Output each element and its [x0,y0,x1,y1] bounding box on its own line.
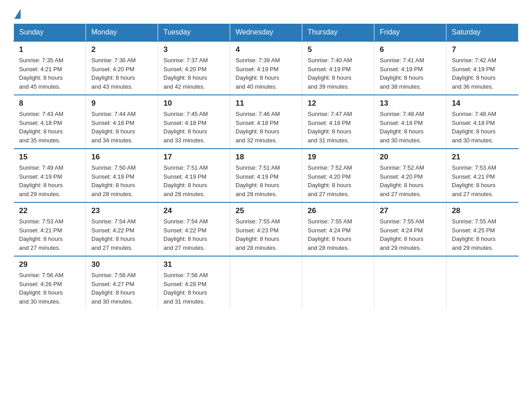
calendar-day-cell: 24 Sunrise: 7:54 AMSunset: 4:22 PMDaylig… [158,202,230,256]
calendar-day-cell: 22 Sunrise: 7:53 AMSunset: 4:21 PMDaylig… [14,202,86,256]
day-number: 14 [452,99,513,108]
days-of-week-row: SundayMondayTuesdayWednesdayThursdayFrid… [14,24,519,42]
calendar-day-cell: 9 Sunrise: 7:44 AMSunset: 4:18 PMDayligh… [86,95,158,149]
day-info: Sunrise: 7:51 AMSunset: 4:19 PMDaylight:… [163,163,224,198]
calendar-day-cell: 12 Sunrise: 7:47 AMSunset: 4:18 PMDaylig… [302,95,374,149]
logo [13,9,21,19]
calendar-day-cell [446,256,519,309]
day-number: 4 [236,45,296,54]
day-number: 10 [163,99,224,108]
calendar-day-cell: 14 Sunrise: 7:48 AMSunset: 4:18 PMDaylig… [446,95,519,149]
day-number: 21 [452,153,513,162]
day-number: 8 [19,99,81,108]
day-info: Sunrise: 7:41 AMSunset: 4:19 PMDaylight:… [380,56,441,91]
calendar-day-cell: 30 Sunrise: 7:56 AMSunset: 4:27 PMDaylig… [86,256,158,309]
day-info: Sunrise: 7:54 AMSunset: 4:22 PMDaylight:… [163,217,224,252]
day-info: Sunrise: 7:49 AMSunset: 4:19 PMDaylight:… [19,163,81,198]
calendar-day-cell: 3 Sunrise: 7:37 AMSunset: 4:20 PMDayligh… [158,41,230,95]
calendar-day-cell: 18 Sunrise: 7:51 AMSunset: 4:19 PMDaylig… [230,149,302,202]
day-number: 31 [163,260,224,269]
day-number: 15 [19,153,81,162]
day-number: 20 [380,153,441,162]
calendar-day-cell: 20 Sunrise: 7:52 AMSunset: 4:20 PMDaylig… [374,149,446,202]
day-info: Sunrise: 7:47 AMSunset: 4:18 PMDaylight:… [308,110,369,145]
day-of-week-header: Monday [86,24,158,42]
day-info: Sunrise: 7:42 AMSunset: 4:19 PMDaylight:… [452,56,513,91]
day-info: Sunrise: 7:56 AMSunset: 4:26 PMDaylight:… [19,271,81,306]
calendar-day-cell: 1 Sunrise: 7:35 AMSunset: 4:21 PMDayligh… [14,41,86,95]
calendar-day-cell: 13 Sunrise: 7:48 AMSunset: 4:18 PMDaylig… [374,95,446,149]
day-number: 18 [236,153,296,162]
day-number: 22 [19,206,81,215]
calendar-week-row: 29 Sunrise: 7:56 AMSunset: 4:26 PMDaylig… [14,256,519,309]
calendar-day-cell [302,256,374,309]
day-info: Sunrise: 7:55 AMSunset: 4:24 PMDaylight:… [380,217,441,252]
day-number: 6 [380,45,441,54]
day-info: Sunrise: 7:53 AMSunset: 4:21 PMDaylight:… [19,217,81,252]
calendar-day-cell: 15 Sunrise: 7:49 AMSunset: 4:19 PMDaylig… [14,149,86,202]
day-number: 24 [163,206,224,215]
day-info: Sunrise: 7:39 AMSunset: 4:19 PMDaylight:… [236,56,296,91]
logo-triangle-icon [14,9,21,19]
calendar-day-cell: 11 Sunrise: 7:46 AMSunset: 4:18 PMDaylig… [230,95,302,149]
day-info: Sunrise: 7:53 AMSunset: 4:21 PMDaylight:… [452,163,513,198]
day-number: 7 [452,45,513,54]
calendar-day-cell: 5 Sunrise: 7:40 AMSunset: 4:19 PMDayligh… [302,41,374,95]
day-number: 9 [91,99,152,108]
day-info: Sunrise: 7:36 AMSunset: 4:20 PMDaylight:… [91,56,152,91]
day-number: 1 [19,45,81,54]
page-header [13,9,519,19]
day-of-week-header: Saturday [446,24,519,42]
day-number: 30 [91,260,152,269]
calendar-day-cell: 17 Sunrise: 7:51 AMSunset: 4:19 PMDaylig… [158,149,230,202]
day-number: 19 [308,153,369,162]
day-number: 28 [452,206,513,215]
day-info: Sunrise: 7:56 AMSunset: 4:27 PMDaylight:… [91,271,152,306]
day-info: Sunrise: 7:40 AMSunset: 4:19 PMDaylight:… [308,56,369,91]
day-of-week-header: Wednesday [230,24,302,42]
day-number: 2 [91,45,152,54]
day-info: Sunrise: 7:54 AMSunset: 4:22 PMDaylight:… [91,217,152,252]
day-number: 23 [91,206,152,215]
calendar-day-cell: 27 Sunrise: 7:55 AMSunset: 4:24 PMDaylig… [374,202,446,256]
day-info: Sunrise: 7:44 AMSunset: 4:18 PMDaylight:… [91,110,152,145]
calendar-day-cell: 8 Sunrise: 7:43 AMSunset: 4:18 PMDayligh… [14,95,86,149]
day-of-week-header: Friday [374,24,446,42]
calendar-day-cell: 23 Sunrise: 7:54 AMSunset: 4:22 PMDaylig… [86,202,158,256]
calendar-day-cell [230,256,302,309]
day-info: Sunrise: 7:35 AMSunset: 4:21 PMDaylight:… [19,56,81,91]
day-number: 25 [236,206,296,215]
day-number: 3 [163,45,224,54]
calendar-day-cell: 4 Sunrise: 7:39 AMSunset: 4:19 PMDayligh… [230,41,302,95]
calendar-day-cell: 26 Sunrise: 7:55 AMSunset: 4:24 PMDaylig… [302,202,374,256]
day-number: 13 [380,99,441,108]
day-number: 17 [163,153,224,162]
day-number: 27 [380,206,441,215]
day-info: Sunrise: 7:55 AMSunset: 4:24 PMDaylight:… [308,217,369,252]
day-of-week-header: Thursday [302,24,374,42]
calendar-week-row: 15 Sunrise: 7:49 AMSunset: 4:19 PMDaylig… [14,149,519,202]
calendar-day-cell: 10 Sunrise: 7:45 AMSunset: 4:18 PMDaylig… [158,95,230,149]
calendar-day-cell: 21 Sunrise: 7:53 AMSunset: 4:21 PMDaylig… [446,149,519,202]
day-info: Sunrise: 7:48 AMSunset: 4:18 PMDaylight:… [452,110,513,145]
day-info: Sunrise: 7:48 AMSunset: 4:18 PMDaylight:… [380,110,441,145]
day-info: Sunrise: 7:56 AMSunset: 4:28 PMDaylight:… [163,271,224,306]
day-info: Sunrise: 7:52 AMSunset: 4:20 PMDaylight:… [380,163,441,198]
day-info: Sunrise: 7:55 AMSunset: 4:25 PMDaylight:… [452,217,513,252]
calendar-day-cell: 19 Sunrise: 7:52 AMSunset: 4:20 PMDaylig… [302,149,374,202]
day-info: Sunrise: 7:37 AMSunset: 4:20 PMDaylight:… [163,56,224,91]
calendar-day-cell: 16 Sunrise: 7:50 AMSunset: 4:19 PMDaylig… [86,149,158,202]
day-info: Sunrise: 7:45 AMSunset: 4:18 PMDaylight:… [163,110,224,145]
calendar-body: 1 Sunrise: 7:35 AMSunset: 4:21 PMDayligh… [14,41,519,309]
day-number: 11 [236,99,296,108]
day-info: Sunrise: 7:50 AMSunset: 4:19 PMDaylight:… [91,163,152,198]
calendar-day-cell [374,256,446,309]
calendar-day-cell: 31 Sunrise: 7:56 AMSunset: 4:28 PMDaylig… [158,256,230,309]
day-number: 5 [308,45,369,54]
day-number: 12 [308,99,369,108]
calendar-day-cell: 2 Sunrise: 7:36 AMSunset: 4:20 PMDayligh… [86,41,158,95]
calendar-week-row: 1 Sunrise: 7:35 AMSunset: 4:21 PMDayligh… [14,41,519,95]
calendar-day-cell: 28 Sunrise: 7:55 AMSunset: 4:25 PMDaylig… [446,202,519,256]
calendar-header: SundayMondayTuesdayWednesdayThursdayFrid… [14,24,519,42]
calendar-day-cell: 7 Sunrise: 7:42 AMSunset: 4:19 PMDayligh… [446,41,519,95]
